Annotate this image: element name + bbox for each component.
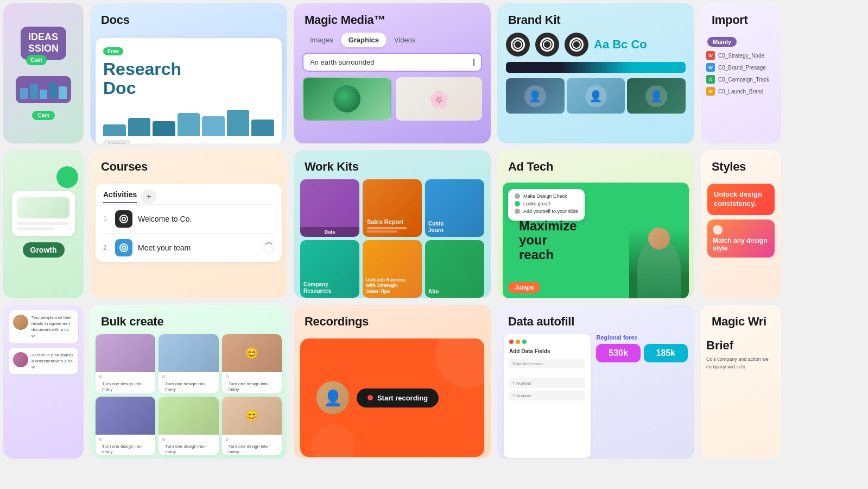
data-field-3: T Number [509,391,585,400]
bulk-item-2: ⊙ Turn one design into many Create [159,334,218,393]
docs-status: Last saved 2 minutes ago [135,142,184,143]
bulk-card-text-3: Turn one design into many [225,379,278,393]
data-autofill-title: Data autofill [497,305,694,334]
rec-avatar: 👤 [316,381,349,414]
main-grid: IDEAS SSION Cam Cam [0,0,868,489]
docs-preview: Free ResearchDoc Approve Last saved 2 mi… [96,38,282,143]
import-badge: Mainly [707,37,737,47]
brand-icon-inner-1 [511,37,525,52]
card-recordings: Recordings 👤 Start recording [294,305,491,459]
data-separator-1: ····· [509,371,585,376]
data-field-1: Data field name [509,359,585,368]
bulk-co-logo-5: ⊙ [162,437,215,442]
bulk-create-title: Bulk create [90,305,287,334]
bulk-item-6: 😊 ⊙ Turn one design into many Create [222,397,282,456]
styles-unlock-box: Unlock design consistency. [707,184,775,215]
import-file-icon-4: W [706,87,715,96]
card-data-autofill: Data autofill Add Data Fields Data field… [497,305,694,459]
styles-co-logo [713,225,769,235]
cam-label: Cam [32,111,55,120]
magic-cursor [473,59,474,66]
styles-match-text: Match any design style [713,237,768,252]
magic-write-brief-title: Brief [706,338,776,353]
import-file-3: X C0_Campaign_Track [706,75,776,84]
brand-icon-1 [506,33,530,57]
tab-images[interactable]: Images [302,33,341,47]
adtech-check-label-2: Looks great! [523,201,550,206]
brand-color-bar [506,62,686,73]
card-docs: Docs Free ResearchDoc Approve Last saved… [90,3,287,143]
bulk-item-5: ⊙ Turn one design into many Create [159,397,218,456]
bulk-card-2-content: ⊙ Turn one design into many Create [159,372,218,393]
import-file-icon-1: W [706,51,715,60]
tab-videos[interactable]: Videos [387,33,423,47]
card-magic-write: Magic Wri Brief Co's company and action … [701,305,781,459]
svg-point-3 [122,246,125,249]
data-dot-red [509,340,514,344]
data-field-label-3: T Number [512,393,531,398]
magic-image-2: 🌸 [396,77,483,121]
brand-icons-row: Aa Bc Co [497,33,694,57]
add-activity-button[interactable]: + [141,189,156,204]
tab-graphics[interactable]: Graphics [341,33,387,47]
magic-input-text: An earth surrounded [310,58,473,66]
brand-photo-1: 👤 [506,78,565,114]
import-file-2: W C0_Brand_Presage [706,63,776,72]
bulk-person-5 [159,397,218,435]
brand-icon-inner-2 [540,37,554,52]
data-forecast-title: Regional forec [596,334,688,341]
styles-logo-icon [713,225,723,235]
rec-bg-shape-2 [311,424,354,457]
course-item-2: 2 Meet your team [96,234,282,262]
magic-write-inner: Brief Co's company and action we company… [701,334,781,375]
brand-icon-inner-3 [569,37,584,52]
import-file-name-2: C0_Brand_Presage [718,65,766,71]
import-file-1: W C0_Strategy_Node [706,51,776,60]
bulk-item-3: 😊 ⊙ Turn one design into many Open [222,334,282,393]
activities-tab[interactable]: Activities [103,190,137,203]
co-logo-icon-1 [119,214,129,224]
adtech-jumbo-btn[interactable]: Jumps [508,282,540,293]
brand-photos: 👤 👤 👤 [497,78,694,114]
bulk-co-logo-3: ⊙ [225,374,278,379]
bulk-person-2 [159,334,218,372]
data-form-title: Add Data Fields [509,348,585,354]
data-field-label-2: T Number [512,381,531,386]
magic-prompt-input[interactable]: An earth surrounded [302,53,482,72]
bulk-person-1 [96,334,155,372]
data-stat-2: 185k [644,344,688,362]
bulk-card-1-content: ⊙ Turn one design into many Create [96,372,155,393]
docs-research-doc: ResearchDoc [103,60,274,98]
growth-badge: Growth [23,242,65,258]
rec-dot [368,395,373,400]
data-dot-yellow [516,340,520,344]
course-spinner-2 [263,242,274,253]
magic-image-1 [302,77,391,121]
wk-item-1: Data [300,179,359,237]
bulk-card-text-2: Turn one design into many [162,379,215,393]
brand-kit-title: Brand Kit [497,3,694,33]
card-brand-kit: Brand Kit Aa Bc Co 👤 👤 👤 [497,3,694,143]
svg-point-2 [120,244,128,252]
adtech-dot-1 [515,193,520,199]
data-stat-1: 530k [596,344,640,362]
magic-image-results: 🌸 [294,77,491,121]
adtech-inner: Maximizeyourreach Make Design Check Look… [503,183,689,298]
ideas-text: IDEAS SSION [28,32,59,54]
card-courses: Courses Activities + 1 Welcome to Co. 2 [90,150,287,298]
rec-start-button[interactable]: Start recording [357,388,439,408]
rec-button-label: Start recording [377,394,428,402]
left3-card-1: Two people met their heads in agreement … [9,310,78,343]
approve-btn[interactable]: Approve [103,140,130,143]
brand-photo-3: 👤 [627,78,686,114]
magic-tabs: Images Graphics Videos [302,33,482,47]
bulk-item-4: ⊙ Turn one design into many Create [96,397,155,456]
adtech-maximize-text: Maximizeyourreach [510,219,681,262]
import-file-name-4: C0_Launch_Brand [718,89,763,95]
bulk-inner-grid: ⊙ Turn one design into many Create ⊙ Tur… [90,334,287,455]
bulk-card-text-5: Turn one design into many [162,442,215,456]
left3-card-2: Person in pink shares a document with a … [9,348,78,375]
bulk-person-6: 😊 [222,397,282,435]
bulk-card-text-1: Turn one design into many [99,379,152,393]
green-bubble [56,166,78,188]
